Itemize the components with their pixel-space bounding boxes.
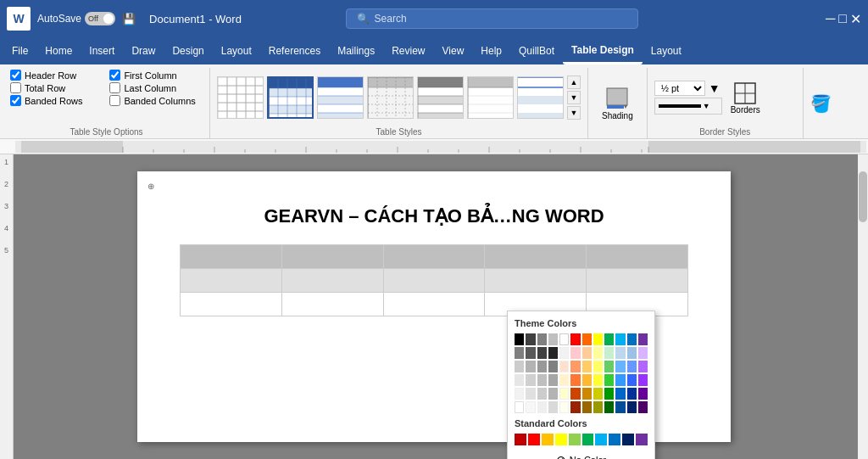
shade-3-1[interactable] xyxy=(515,374,524,386)
cell-1-1[interactable] xyxy=(181,245,282,269)
restore-btn[interactable]: □ xyxy=(838,11,847,27)
search-box[interactable]: 🔍 xyxy=(346,8,638,29)
autosave-toggle[interactable]: Off xyxy=(85,12,115,25)
vertical-scrollbar[interactable] xyxy=(858,154,868,459)
pen-color-selector[interactable]: ▼ xyxy=(654,98,722,115)
shade-4-1[interactable] xyxy=(515,388,524,400)
shade-5-5[interactable] xyxy=(559,401,569,413)
shade-5-6[interactable] xyxy=(570,401,580,413)
total-row-checkbox[interactable] xyxy=(10,82,21,93)
std-6[interactable] xyxy=(582,434,594,445)
total-row-option[interactable]: Total Row xyxy=(10,82,96,93)
shade-2-12[interactable] xyxy=(638,361,648,372)
std-5[interactable] xyxy=(569,434,581,445)
color-black[interactable] xyxy=(515,333,524,345)
color-purple[interactable] xyxy=(638,333,648,345)
shade-2-4[interactable] xyxy=(548,361,558,372)
table-style-7[interactable] xyxy=(517,76,564,119)
shade-4-12[interactable] xyxy=(638,388,648,400)
shade-2-2[interactable] xyxy=(526,361,535,372)
shade-3-10[interactable] xyxy=(615,374,625,386)
color-red[interactable] xyxy=(570,333,580,345)
shade-5-7[interactable] xyxy=(582,401,592,413)
shade-1-7[interactable] xyxy=(582,347,592,359)
std-7[interactable] xyxy=(595,434,607,445)
std-10[interactable] xyxy=(636,434,648,445)
cell-3-2[interactable] xyxy=(281,293,383,316)
table-style-3[interactable] xyxy=(317,76,364,119)
menu-quillbot[interactable]: QuillBot xyxy=(510,37,563,64)
minimize-btn[interactable]: ─ xyxy=(826,11,835,27)
shade-5-9[interactable] xyxy=(604,401,614,413)
shade-4-7[interactable] xyxy=(582,388,592,400)
doc-table[interactable] xyxy=(180,244,688,316)
border-width-expand[interactable]: ▼ xyxy=(709,81,721,95)
menu-mailings[interactable]: Mailings xyxy=(329,37,383,64)
shade-3-7[interactable] xyxy=(582,374,592,386)
shade-2-7[interactable] xyxy=(582,361,592,372)
shade-3-11[interactable] xyxy=(627,374,637,386)
color-blue[interactable] xyxy=(627,333,637,345)
std-8[interactable] xyxy=(609,434,620,445)
scroll-expand[interactable]: ▼ xyxy=(567,106,581,120)
shade-2-1[interactable] xyxy=(515,361,524,372)
color-light-gray[interactable] xyxy=(548,333,558,345)
shade-5-3[interactable] xyxy=(537,401,547,413)
shade-3-3[interactable] xyxy=(537,374,547,386)
shade-1-11[interactable] xyxy=(627,347,637,359)
shade-1-5[interactable] xyxy=(559,347,569,359)
menu-design[interactable]: Design xyxy=(164,37,212,64)
shade-3-9[interactable] xyxy=(604,374,614,386)
std-9[interactable] xyxy=(622,434,634,445)
last-column-checkbox[interactable] xyxy=(109,82,120,93)
shade-5-11[interactable] xyxy=(627,401,637,413)
table-style-2[interactable] xyxy=(267,76,314,119)
cell-3-1[interactable] xyxy=(181,293,282,316)
shade-2-6[interactable] xyxy=(570,361,580,372)
shade-4-4[interactable] xyxy=(548,388,558,400)
shade-1-6[interactable] xyxy=(570,347,580,359)
shade-1-12[interactable] xyxy=(638,347,648,359)
shade-1-9[interactable] xyxy=(604,347,614,359)
table-style-4[interactable] xyxy=(367,76,414,119)
borders-button[interactable]: Borders xyxy=(726,78,765,118)
color-orange[interactable] xyxy=(582,333,592,345)
banded-columns-checkbox[interactable] xyxy=(109,95,120,106)
save-icon[interactable]: 💾 xyxy=(122,13,136,25)
cell-2-1[interactable] xyxy=(181,269,282,293)
shade-4-5[interactable] xyxy=(559,388,569,400)
shade-1-2[interactable] xyxy=(526,347,535,359)
shade-3-12[interactable] xyxy=(638,374,648,386)
std-1[interactable] xyxy=(515,434,526,445)
header-row-checkbox[interactable] xyxy=(10,70,21,81)
std-4[interactable] xyxy=(555,434,567,445)
shade-2-11[interactable] xyxy=(627,361,637,372)
banded-rows-option[interactable]: Banded Rows xyxy=(10,95,96,106)
color-dark-gray[interactable] xyxy=(526,333,535,345)
shade-3-6[interactable] xyxy=(570,374,580,386)
shade-4-6[interactable] xyxy=(570,388,580,400)
color-yellow[interactable] xyxy=(593,333,603,345)
shade-4-11[interactable] xyxy=(627,388,637,400)
border-width-select[interactable]: ½ pt1 pt2 pt xyxy=(654,81,705,96)
shading-button[interactable]: Shading xyxy=(595,82,640,124)
shade-2-10[interactable] xyxy=(615,361,625,372)
shade-2-3[interactable] xyxy=(537,361,547,372)
shade-4-10[interactable] xyxy=(615,388,625,400)
color-gray[interactable] xyxy=(537,333,547,345)
first-column-option[interactable]: First Column xyxy=(109,70,195,81)
shade-5-8[interactable] xyxy=(593,401,603,413)
table-move-handle[interactable]: ⊕ xyxy=(147,182,154,191)
shade-3-8[interactable] xyxy=(593,374,603,386)
shade-5-1[interactable] xyxy=(515,401,524,413)
shade-5-10[interactable] xyxy=(615,401,625,413)
shade-1-1[interactable] xyxy=(515,347,524,359)
shade-4-3[interactable] xyxy=(537,388,547,400)
menu-review[interactable]: Review xyxy=(383,37,433,64)
shade-2-8[interactable] xyxy=(593,361,603,372)
scroll-up[interactable]: ▲ xyxy=(567,76,581,89)
menu-help[interactable]: Help xyxy=(472,37,510,64)
shade-1-8[interactable] xyxy=(593,347,603,359)
shade-1-4[interactable] xyxy=(548,347,558,359)
shade-4-9[interactable] xyxy=(604,388,614,400)
